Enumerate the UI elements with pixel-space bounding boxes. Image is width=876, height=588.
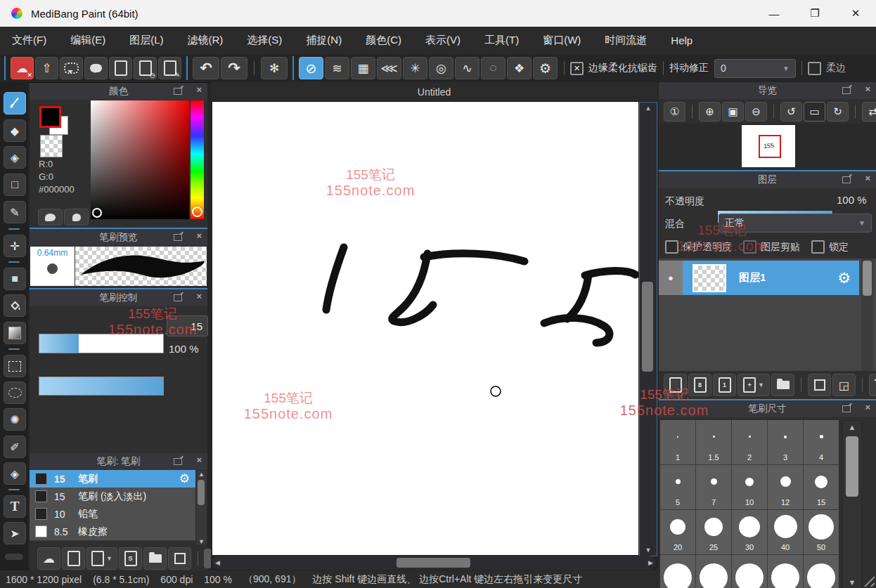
scroll-down-icon[interactable]: ▼ <box>640 547 657 554</box>
size-cell-25[interactable]: 25 <box>696 510 731 554</box>
soft-edge-checkbox[interactable] <box>808 62 821 75</box>
select-eraser-tool[interactable]: ◈ <box>4 462 26 485</box>
popout-icon[interactable] <box>174 458 182 465</box>
new-1bit-layer-button[interactable]: 1 <box>713 374 736 396</box>
move-tool[interactable]: ✛ <box>4 235 26 257</box>
resize-grip[interactable] <box>863 575 875 587</box>
bucket-tool[interactable] <box>4 294 26 317</box>
brush-opacity-slider[interactable] <box>39 377 164 396</box>
brush-row-brush[interactable]: 15 笔刷 ⚙ <box>30 470 195 488</box>
maximize-button[interactable]: ❐ <box>794 0 835 27</box>
snap-grid-button[interactable]: ▦ <box>351 57 375 79</box>
brush-add-button[interactable] <box>62 547 85 570</box>
add-layer-menu-button[interactable]: +▼ <box>737 374 770 396</box>
redo-button[interactable]: ↷ <box>221 57 247 79</box>
snap-radial-button[interactable]: ✳ <box>403 57 427 79</box>
menu-layer[interactable]: 图层(L) <box>117 34 175 47</box>
blend-dropdown[interactable]: 正常 ▼ <box>719 214 872 233</box>
menu-help[interactable]: Help <box>659 34 704 46</box>
layer-folder-button[interactable] <box>771 374 794 396</box>
clipping-checkbox[interactable] <box>743 240 756 254</box>
rotate-right-button[interactable]: ↻ <box>827 102 849 122</box>
popout-icon[interactable] <box>842 176 851 183</box>
size-cell-row4[interactable] <box>768 555 803 588</box>
layer-row-1[interactable]: ● 图层1 ⚙ <box>659 261 859 295</box>
brush-add-type-button[interactable]: ▼ <box>86 547 117 570</box>
snap-off-button[interactable]: ⊘ <box>299 57 323 79</box>
menu-snap[interactable]: 捕捉(N) <box>294 34 354 47</box>
brush-sync-button[interactable]: ☁ <box>37 547 60 570</box>
menu-select[interactable]: 选择(S) <box>235 34 294 47</box>
antialias-checkbox[interactable]: ✕ <box>570 62 584 75</box>
popout-icon[interactable] <box>842 87 851 94</box>
scroll-left-icon[interactable]: ◀ <box>215 559 220 566</box>
scroll-up-icon[interactable]: ▲ <box>640 105 657 112</box>
new-8bit-layer-button[interactable]: 8 <box>688 374 711 396</box>
size-cell-30[interactable]: 30 <box>732 510 767 554</box>
layer-visibility-cell[interactable]: ● <box>659 261 683 295</box>
zoom-actual-button[interactable]: ① <box>664 102 685 122</box>
menu-timelapse[interactable]: 时间流逝 <box>593 34 659 47</box>
zoom-out-button[interactable]: ⊖ <box>745 102 767 122</box>
size-cell-row4[interactable] <box>732 555 767 588</box>
palette-add-button[interactable] <box>64 209 89 226</box>
size-cell-1-5[interactable]: 1.5 <box>696 420 731 464</box>
lasso-select-tool[interactable] <box>4 381 26 404</box>
material-panel-button[interactable]: ✎ <box>158 57 181 79</box>
eraser-tool[interactable]: ◆ <box>4 119 26 142</box>
stabilizer-dropdown[interactable]: 0 ▼ <box>714 59 796 78</box>
popout-icon[interactable] <box>174 234 182 241</box>
popout-icon[interactable] <box>842 405 851 412</box>
scroll-thumb[interactable] <box>863 261 872 296</box>
popout-icon[interactable] <box>174 294 182 301</box>
minimize-button[interactable]: — <box>754 0 794 27</box>
comment-dotted-button[interactable] <box>60 57 83 79</box>
shape-brush-tool[interactable]: □ <box>4 174 26 196</box>
close-icon[interactable]: × <box>196 455 202 465</box>
foreground-color-swatch[interactable] <box>39 106 61 128</box>
navigator-viewport-box[interactable]: 155 <box>759 135 781 158</box>
brush-size-slider[interactable] <box>39 334 164 353</box>
snap-parallel-button[interactable]: ≋ <box>325 57 349 79</box>
new-layer-button[interactable] <box>664 374 687 396</box>
close-icon[interactable]: × <box>196 230 202 241</box>
scroll-thumb[interactable] <box>198 480 205 505</box>
size-cell-15[interactable]: 15 <box>804 465 839 509</box>
rect-select-tool[interactable] <box>4 355 26 377</box>
brush-size-scrollbar[interactable]: ▲ ▼ <box>842 420 862 588</box>
lasso-eraser-tool[interactable]: ◈ <box>4 146 26 169</box>
size-cell-5[interactable]: 5 <box>660 465 695 509</box>
scroll-thumb[interactable] <box>642 282 653 372</box>
snap-vanishing-button[interactable]: ⋘ <box>377 57 401 79</box>
brush-tool[interactable] <box>4 92 26 115</box>
size-cell-row4[interactable] <box>660 555 695 588</box>
size-cell-1[interactable]: 1 <box>660 420 695 464</box>
tool-overflow-handle[interactable] <box>5 554 23 560</box>
history-button[interactable]: ◷ <box>134 57 157 79</box>
size-cell-2[interactable]: 2 <box>732 420 767 464</box>
protect-alpha-checkbox[interactable] <box>665 240 678 254</box>
rotate-reset-button[interactable]: ▭ <box>804 102 825 122</box>
navigator-preview[interactable]: 155 <box>659 124 876 169</box>
layer-scrollbar[interactable] <box>861 259 873 371</box>
brush-row-pencil[interactable]: 10 铅笔 <box>30 505 195 523</box>
sv-picker-handle[interactable] <box>92 208 102 218</box>
brush-row-fade[interactable]: 15 笔刷 (淡入淡出) <box>30 488 195 506</box>
brush-row-eraser[interactable]: 8.5 橡皮擦 <box>30 523 195 541</box>
publish-button[interactable]: ⇧ <box>35 57 58 79</box>
fit-screen-button[interactable]: ▣ <box>722 102 744 122</box>
palette-button[interactable] <box>38 209 63 226</box>
size-cell-50[interactable]: 50 <box>804 510 839 554</box>
transparent-color-swatch[interactable] <box>40 135 63 157</box>
scroll-right-icon[interactable]: ▶ <box>648 559 653 566</box>
menu-edit[interactable]: 编辑(E) <box>58 34 117 47</box>
flip-horizontal-button[interactable]: ⇄ <box>862 102 876 122</box>
menu-view[interactable]: 表示(V) <box>413 34 472 47</box>
brush-script-button[interactable]: S <box>119 547 142 570</box>
snap-concentric-button[interactable]: ◎ <box>429 57 453 79</box>
size-cell-row4[interactable] <box>696 555 731 588</box>
popout-icon[interactable] <box>174 88 182 95</box>
saturation-value-picker[interactable] <box>91 100 189 219</box>
close-icon[interactable]: × <box>196 84 202 95</box>
close-icon[interactable]: × <box>196 291 202 301</box>
